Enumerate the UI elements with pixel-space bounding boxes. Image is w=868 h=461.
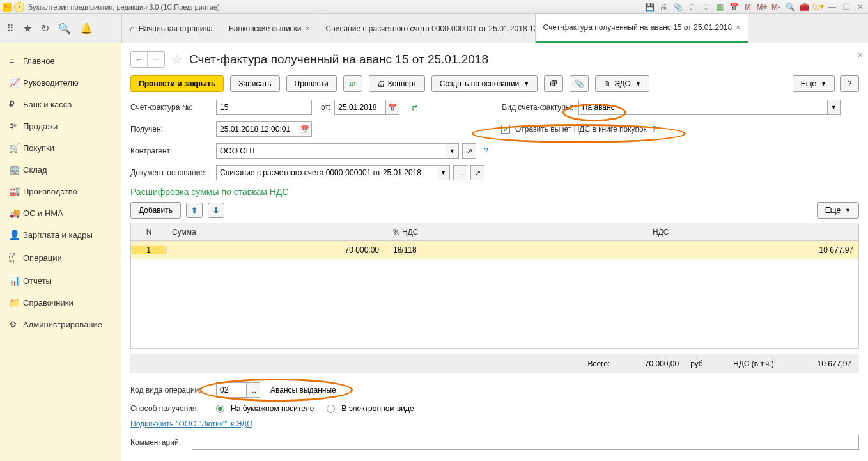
sf-number-label: Счет-фактура №: bbox=[130, 103, 212, 112]
sidebar-item-warehouse[interactable]: 🏢Склад bbox=[0, 159, 121, 180]
table-more-button[interactable]: Еще▼ bbox=[817, 202, 859, 219]
star-icon[interactable]: ★ bbox=[23, 22, 32, 35]
tab-invoice[interactable]: Счет-фактура полученный на аванс 15 от 2… bbox=[536, 14, 749, 43]
upload-icon[interactable]: ⤴ bbox=[686, 2, 697, 12]
radio-electronic[interactable] bbox=[327, 405, 335, 413]
help-button[interactable]: ? bbox=[840, 75, 859, 92]
sidebar-item-reports[interactable]: 📊Отчеты bbox=[0, 270, 121, 292]
download-icon[interactable]: ⤵ bbox=[701, 2, 711, 12]
sidebar-item-admin[interactable]: ⚙Администрирование bbox=[0, 313, 121, 335]
reflect-vat-checkbox[interactable]: ✓ bbox=[501, 125, 510, 134]
open-button[interactable]: ↗ bbox=[462, 143, 476, 159]
sidebar-item-purchases[interactable]: 🛒Покупки bbox=[0, 137, 121, 159]
close-icon[interactable]: ✕ bbox=[855, 2, 865, 12]
table-empty-area[interactable] bbox=[131, 259, 858, 348]
print-icon: 🖨 bbox=[377, 79, 385, 88]
chevron-down-icon[interactable]: ▼ bbox=[828, 100, 841, 115]
open-button[interactable]: ↗ bbox=[470, 165, 484, 180]
save-icon[interactable]: 💾 bbox=[644, 2, 655, 12]
edo-button[interactable]: 🗎ЭДО▼ bbox=[595, 75, 649, 92]
opcode-input[interactable] bbox=[216, 382, 247, 398]
sidebar-item-bank[interactable]: ₽Банк и касса bbox=[0, 93, 121, 115]
minimize-icon[interactable]: — bbox=[827, 2, 837, 12]
bell-icon[interactable]: 🔔 bbox=[80, 22, 93, 35]
help-icon[interactable]: ? bbox=[652, 125, 656, 134]
structure-button[interactable]: 🗊 bbox=[544, 75, 563, 92]
sidebar-item-payroll[interactable]: 👤Зарплата и кадры bbox=[0, 224, 121, 246]
comment-input[interactable] bbox=[192, 435, 859, 450]
attach-button[interactable]: 📎 bbox=[570, 75, 589, 92]
total-label: Всего: bbox=[587, 359, 610, 368]
move-up-button[interactable]: ⬆ bbox=[186, 203, 203, 218]
method-label: Способ получения: bbox=[130, 404, 212, 413]
docbase-input[interactable] bbox=[216, 165, 437, 180]
sidebar: ≡Главное 📈Руководителю ₽Банк и касса 🛍Пр… bbox=[0, 43, 121, 461]
nav-forward-button[interactable]: → bbox=[148, 52, 164, 67]
received-input[interactable] bbox=[216, 121, 298, 137]
more-button[interactable]: Еще▼ bbox=[793, 75, 835, 92]
chevron-down-icon[interactable]: ▼ bbox=[437, 165, 450, 180]
sidebar-item-production[interactable]: 🏭Производство bbox=[0, 180, 121, 202]
connect-edo-link[interactable]: Подключить "ООО "Лютик"" к ЭДО bbox=[130, 419, 252, 428]
sidebar-item-catalogs[interactable]: 📁Справочники bbox=[0, 292, 121, 313]
tab-write-off[interactable]: Списание с расчетного счета 0000-000001 … bbox=[318, 14, 536, 43]
contragent-input[interactable] bbox=[216, 143, 446, 159]
sidebar-item-operations[interactable]: ДтКтОперации bbox=[0, 246, 121, 270]
pin-icon[interactable]: 📎 bbox=[672, 2, 683, 12]
print-icon[interactable]: 🖨 bbox=[658, 2, 669, 12]
move-down-button[interactable]: ⬇ bbox=[208, 203, 224, 218]
ellipsis-button[interactable]: … bbox=[453, 165, 467, 180]
sidebar-item-assets[interactable]: 🚚ОС и НМА bbox=[0, 202, 121, 224]
col-ndsval-header[interactable]: НДС bbox=[647, 228, 858, 237]
m-icon[interactable]: M bbox=[743, 2, 753, 12]
action-icon[interactable]: ⇄ bbox=[407, 100, 421, 115]
bars-icon: 📊 bbox=[9, 276, 23, 286]
info-icon[interactable]: ⓘ▾ bbox=[813, 2, 823, 12]
dropdown-icon[interactable]: ▾ bbox=[14, 2, 24, 12]
sf-date-input[interactable] bbox=[334, 100, 385, 115]
contragent-label: Контрагент: bbox=[130, 146, 212, 155]
dtkt-button[interactable]: Дт bbox=[343, 75, 362, 92]
calendar-icon[interactable]: 📅 bbox=[385, 100, 399, 115]
post-button[interactable]: Провести bbox=[286, 75, 337, 92]
chart-icon: 📈 bbox=[9, 77, 23, 88]
restore-icon[interactable]: ❐ bbox=[841, 2, 851, 12]
convert-button[interactable]: 🖨Конверт bbox=[369, 75, 425, 92]
page-close-icon[interactable]: × bbox=[858, 50, 863, 60]
sidebar-item-main[interactable]: ≡Главное bbox=[0, 50, 121, 72]
apps-icon[interactable]: ⠿ bbox=[6, 22, 14, 35]
col-nds-header[interactable]: % НДС bbox=[384, 228, 647, 237]
table-icon[interactable]: ▦ bbox=[715, 2, 725, 12]
table-row[interactable]: 1 70 000,00 18/118 10 677,97 bbox=[131, 241, 858, 259]
tab-close-icon[interactable]: × bbox=[736, 23, 740, 32]
sidebar-item-manager[interactable]: 📈Руководителю bbox=[0, 72, 121, 93]
favorite-icon[interactable]: ☆ bbox=[171, 52, 183, 67]
tools-icon[interactable]: 🧰 bbox=[799, 2, 809, 12]
add-row-button[interactable]: Добавить bbox=[130, 202, 181, 219]
history-icon[interactable]: ↻ bbox=[41, 22, 49, 35]
search-icon[interactable]: 🔍 bbox=[58, 22, 71, 35]
ellipsis-button[interactable]: … bbox=[246, 382, 260, 398]
kind-select[interactable] bbox=[578, 100, 828, 115]
m-minus-icon[interactable]: M- bbox=[771, 2, 781, 12]
create-based-button[interactable]: Создать на основании▼ bbox=[431, 75, 538, 92]
tab-bank-statements[interactable]: Банковские выписки × bbox=[221, 14, 318, 43]
tab-home[interactable]: ⌂ Начальная страница bbox=[121, 14, 221, 43]
calendar-icon[interactable]: 📅 bbox=[729, 2, 739, 12]
write-button[interactable]: Записать bbox=[230, 75, 279, 92]
total-value: 70 000,00 bbox=[621, 359, 679, 368]
sidebar-item-sales[interactable]: 🛍Продажи bbox=[0, 115, 121, 137]
m-plus-icon[interactable]: M+ bbox=[757, 2, 767, 12]
col-sum-header[interactable]: Сумма bbox=[167, 228, 384, 237]
tab-close-icon[interactable]: × bbox=[306, 24, 310, 33]
col-n-header[interactable]: N bbox=[131, 228, 167, 237]
zoom-icon[interactable]: 🔍 bbox=[785, 2, 795, 12]
post-and-close-button[interactable]: Провести и закрыть bbox=[130, 75, 224, 92]
help-icon[interactable]: ? bbox=[484, 146, 488, 155]
sf-number-input[interactable] bbox=[216, 100, 312, 115]
chevron-down-icon[interactable]: ▼ bbox=[446, 143, 459, 159]
tab-label: Списание с расчетного счета 0000-000001 … bbox=[326, 24, 536, 33]
nav-back-button[interactable]: ← bbox=[131, 52, 148, 67]
radio-paper[interactable] bbox=[216, 405, 224, 413]
calendar-icon[interactable]: 📅 bbox=[298, 121, 312, 137]
